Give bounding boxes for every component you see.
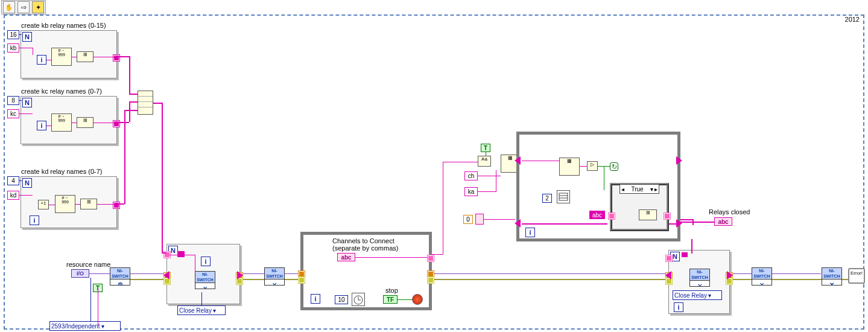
dropdown-arrow-icon: ▾ <box>213 307 216 314</box>
kd-loop-title: create kd relay names (0-7) <box>21 168 103 175</box>
stop-label: stop <box>385 287 398 294</box>
kb-for-loop: N i #→999 ⊞ <box>21 30 117 78</box>
ch-constant[interactable]: ch <box>464 171 478 180</box>
dot <box>177 251 185 257</box>
loop-i-terminal: i <box>37 121 46 130</box>
concat-strings-icon: ⊞ <box>77 51 93 62</box>
channels-label-1: Channels to Connect <box>332 237 394 244</box>
dot <box>682 252 688 257</box>
channels-control[interactable]: abc <box>337 253 355 261</box>
relays-closed-label: Relays closed <box>709 208 750 215</box>
relay-action-enum-1[interactable]: Close Relay▾ <box>177 305 226 315</box>
error-out-indicator[interactable]: Error! <box>848 268 865 284</box>
resource-name-label: resource name <box>66 261 110 268</box>
dropdown-arrow-icon: ▾ <box>101 323 104 330</box>
error-text: Error <box>851 270 861 276</box>
relay-action-enum-2[interactable]: Close Relay▾ <box>673 290 722 300</box>
tunnel <box>428 255 434 261</box>
enum-value: Close Relay <box>179 307 212 314</box>
loop-i-terminal: i <box>201 257 211 266</box>
kd-count-constant[interactable]: 4 <box>7 176 19 185</box>
kb-prefix-constant[interactable]: kb <box>7 43 19 53</box>
shift-register-left <box>515 219 521 228</box>
kd-prefix-constant[interactable]: kd <box>7 191 19 200</box>
topology-value: 2593/Independent <box>51 323 100 330</box>
format-into-string-icon: #→999 <box>55 195 75 213</box>
kc-prefix-constant[interactable]: kc <box>7 109 19 118</box>
while-loop: Channels to Connect (separate by commas)… <box>300 232 432 310</box>
toolbar: ✋ ⇨ ✦ <box>1 0 46 14</box>
tunnel <box>664 213 670 219</box>
case-right-arrow[interactable]: ▸ <box>654 186 657 193</box>
loop-condition-icon: ↻ <box>610 162 618 171</box>
shift-register-left <box>163 271 169 279</box>
concat-strings-icon: ⊞ <box>80 199 97 209</box>
match-pattern-icon: Aa <box>478 156 491 167</box>
loop-i-terminal: i <box>525 228 535 237</box>
kc-count-constant[interactable]: 8 <box>7 96 19 105</box>
inner-while-loop: i 2 ▦ ▷ ↻ ◂ True ▾ ▸ ⊞ abc <box>516 132 680 241</box>
tunnel <box>299 271 305 277</box>
init-index-constant[interactable]: 0 <box>463 215 473 224</box>
icon-text: Aa <box>481 156 487 162</box>
abc-constant: abc <box>589 211 605 219</box>
two-constant[interactable]: 2 <box>542 194 552 203</box>
shift-register-right <box>727 271 733 279</box>
case-selector[interactable]: ◂ True ▾ ▸ <box>619 184 659 194</box>
case-value: True <box>626 186 649 193</box>
loop-N-terminal: N <box>22 178 32 188</box>
niswitch-init-vi: NI-SWITCH ⚙ <box>110 267 130 286</box>
shift-register-left <box>515 156 521 165</box>
stop-control[interactable]: TF <box>383 295 398 304</box>
tunnel <box>428 271 434 277</box>
tunnel <box>428 277 434 283</box>
arrow-icon[interactable]: ⇨ <box>17 1 30 13</box>
wait-ms-vi <box>352 293 365 306</box>
loop-i-terminal: i <box>37 55 46 65</box>
stop-terminal <box>412 294 423 305</box>
format-into-string-icon: #→999 <box>51 48 72 66</box>
compare-icon: ▷ <box>587 161 598 171</box>
svg-rect-3 <box>559 193 568 200</box>
highlight-exec-icon[interactable]: ✦ <box>32 1 44 13</box>
increment-icon: +1 <box>38 200 49 209</box>
loop-N-terminal: N <box>22 32 32 42</box>
enum-value: Close Relay <box>674 292 707 299</box>
build-array-icon: ⊞ <box>639 209 657 220</box>
sequence-frame <box>4 14 864 330</box>
tunnel <box>666 255 672 261</box>
init-array-constant[interactable] <box>475 214 484 225</box>
loop-i-terminal: i <box>674 302 683 312</box>
case-structure: ◂ True ▾ ▸ ⊞ <box>610 183 669 231</box>
ka-constant[interactable]: ka <box>464 187 478 196</box>
loop-i-terminal: i <box>311 294 320 304</box>
niswitch-vi-3: NI-SWITCH ⤫ <box>752 267 772 286</box>
loop-N-terminal: N <box>22 98 32 107</box>
kc-loop-title: create kc relay names (0-7) <box>21 88 102 95</box>
case-left-arrow[interactable]: ◂ <box>621 186 624 193</box>
shift-register-left <box>665 271 671 279</box>
hand-icon[interactable]: ✋ <box>3 1 15 13</box>
parse-bool-constant[interactable]: T <box>481 144 490 152</box>
concat-strings-icon: ⊞ <box>77 117 93 128</box>
kd-for-loop: N i +1 #→999 ⊞ <box>21 176 117 228</box>
format-into-string-icon: #→999 <box>51 113 72 132</box>
niswitch-close-vi: NI-SWITCH ✕ <box>822 267 842 286</box>
kc-for-loop: N i #→999 ⊞ <box>21 96 117 144</box>
topology-enum[interactable]: 2593/Independent▾ <box>49 321 121 331</box>
search-replace-icon: ▦ <box>559 158 580 176</box>
niswitch-relay-vi: NI-SWITCH ⤫ <box>195 271 215 289</box>
niswitch-relay-vi: NI-SWITCH ⤫ <box>689 269 710 287</box>
wait-ms-constant[interactable]: 10 <box>335 295 348 304</box>
channels-label-2: (separate by commas) <box>332 244 398 252</box>
index-array-icon <box>557 190 570 203</box>
kb-count-constant[interactable]: 16 <box>7 30 19 39</box>
build-array-icon <box>138 91 153 115</box>
resource-io-terminal[interactable]: I/O <box>71 269 89 278</box>
loop-i-terminal: i <box>30 215 39 225</box>
case-dropdown-arrow[interactable]: ▾ <box>650 186 653 193</box>
tunnel <box>609 213 615 219</box>
kb-loop-title: create kb relay names (0-15) <box>21 22 106 29</box>
relays-closed-indicator[interactable]: abc <box>714 217 732 226</box>
shift-register-right <box>237 271 243 279</box>
